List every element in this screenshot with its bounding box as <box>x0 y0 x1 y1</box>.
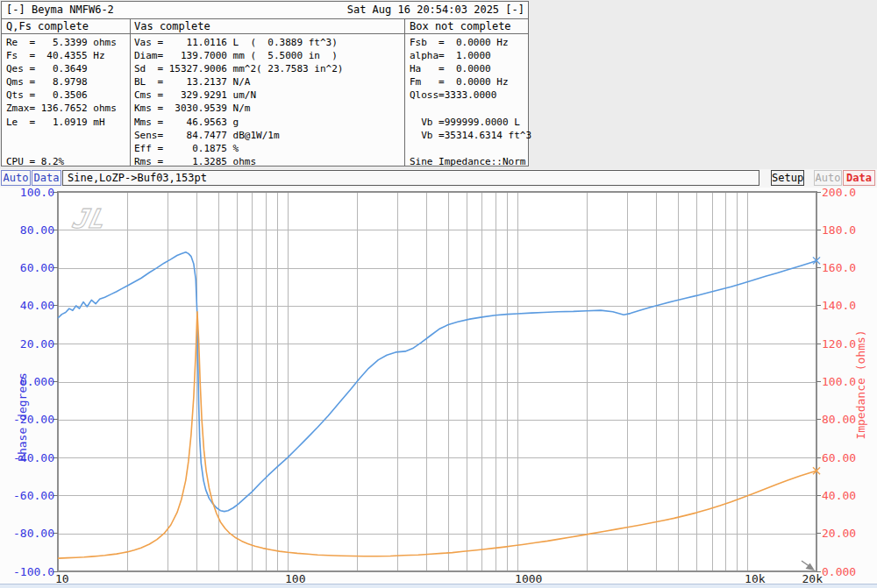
plot-area[interactable]: JL100.080.0060.0040.0020.000.000-20.00-4… <box>0 188 877 584</box>
svg-text:80.00: 80.00 <box>20 223 54 237</box>
svg-text:20k: 20k <box>802 572 824 584</box>
svg-text:10k: 10k <box>745 572 766 584</box>
timestamp: Sat Aug 16 20:54:03 2025 <box>347 4 499 16</box>
data-right-button[interactable]: Data <box>843 170 875 186</box>
chart-header-bar: Auto Data Sine,LoZP->Buf03,153pt Setup A… <box>0 169 877 188</box>
impedance-axis-title: Impedance (ohms) <box>854 329 867 439</box>
parameters-panel: [-] Beyma NMFW6-2 Sat Aug 16 20:54:03 20… <box>1 1 529 166</box>
svg-text:120.0: 120.0 <box>822 337 856 351</box>
column-divider <box>130 19 131 166</box>
svg-text:100.0: 100.0 <box>20 188 54 199</box>
params-column-qfs: Re = 5.3399 ohms Fs = 40.4355 Hz Qes = 0… <box>6 36 117 168</box>
svg-text:20.00: 20.00 <box>822 527 856 540</box>
svg-text:-100.0: -100.0 <box>13 565 54 578</box>
svg-text:40.00: 40.00 <box>20 299 54 312</box>
section-header-qfs: Q,Fs complete <box>6 19 89 33</box>
params-column-vas: Vas = 11.0116 L ( 0.3889 ft^3) Diam= 139… <box>134 36 343 168</box>
signal-buffer-label[interactable]: Sine,LoZP->Buf03,153pt <box>62 170 759 186</box>
svg-text:20.00: 20.00 <box>20 337 54 351</box>
svg-text:60.00: 60.00 <box>822 451 856 464</box>
svg-text:60.00: 60.00 <box>20 261 54 274</box>
section-header-box: Box not complete <box>410 19 511 33</box>
svg-text:160.0: 160.0 <box>822 261 856 274</box>
svg-text:1000: 1000 <box>515 572 542 584</box>
svg-text:10: 10 <box>55 572 69 584</box>
phase-axis-title: Phase degrees <box>16 372 29 462</box>
collapse-left-button[interactable]: [-] <box>6 4 25 16</box>
svg-text:80.00: 80.00 <box>822 413 856 426</box>
svg-text:-60.00: -60.00 <box>13 489 54 502</box>
app-window: [-] Beyma NMFW6-2 Sat Aug 16 20:54:03 20… <box>0 0 877 588</box>
impedance-chart-panel: Auto Data Sine,LoZP->Buf03,153pt Setup A… <box>0 169 877 584</box>
section-header-vas: Vas complete <box>134 19 210 33</box>
panel-titlebar: [-] Beyma NMFW6-2 Sat Aug 16 20:54:03 20… <box>2 2 528 19</box>
column-divider <box>404 19 405 166</box>
setup-button[interactable]: Setup <box>771 170 804 186</box>
svg-text:100.0: 100.0 <box>822 375 856 388</box>
auto-scale-right-button[interactable]: Auto <box>814 170 842 186</box>
auto-scale-left-button[interactable]: Auto <box>1 170 31 186</box>
collapse-right-button[interactable]: [-] <box>505 4 524 16</box>
section-headers-row: Q,Fs complete Vas complete Box not compl… <box>2 19 528 34</box>
svg-text:100: 100 <box>285 572 305 584</box>
svg-text:200.0: 200.0 <box>822 188 856 199</box>
svg-text:0.000: 0.000 <box>822 565 856 578</box>
driver-title: Beyma NMFW6-2 <box>32 4 114 16</box>
svg-text:140.0: 140.0 <box>822 299 856 312</box>
bottom-strip <box>0 584 877 588</box>
svg-text:-80.00: -80.00 <box>13 527 54 540</box>
data-left-button[interactable]: Data <box>32 170 61 186</box>
svg-text:40.00: 40.00 <box>822 489 856 502</box>
params-column-box: Fsb = 0.0000 Hz alpha= 1.0000 Ha = 0.000… <box>410 36 531 168</box>
svg-text:180.0: 180.0 <box>822 223 856 237</box>
